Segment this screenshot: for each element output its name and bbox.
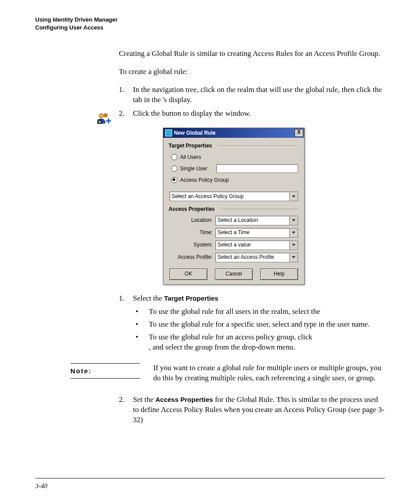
access-policy-group-select[interactable]: Select an Access Policy Group [169,191,298,201]
radio-single-user[interactable] [171,166,177,172]
access-profile-select[interactable]: Select an Access Profile [215,253,298,262]
close-button[interactable]: X [295,129,303,137]
access-properties-label: Access Properties [169,206,300,213]
target-properties-label: Target Properties [169,142,300,149]
radio-single-user-row[interactable]: Single User [171,164,298,173]
intro-para-2: To create a global rule: [119,67,385,77]
help-button[interactable]: Help [260,269,298,280]
location-label: Location: [169,217,215,224]
svg-point-0 [99,114,103,118]
radio-access-policy-group[interactable] [171,177,177,183]
dropdown-arrow-icon[interactable] [289,253,298,262]
new-global-rule-dialog: New Global Rule X Target Properties All … [163,128,305,285]
dialog-icon [165,129,172,136]
system-label: System: [169,241,215,248]
ok-button[interactable]: OK [169,269,207,280]
access-profile-label: Access Profile: [169,254,215,261]
page-number: 3-40 [35,482,48,490]
radio-all-users[interactable] [171,154,177,160]
location-select[interactable]: Select a Location [215,216,298,225]
radio-all-users-row[interactable]: All Users [171,154,298,161]
dropdown-arrow-icon[interactable] [289,216,298,225]
footer-divider [35,478,385,478]
svg-point-1 [104,114,107,117]
radio-apg-row[interactable]: Access Policy Group [171,177,298,184]
system-select[interactable]: Select a value [215,240,298,250]
note-label: Note: [70,363,140,379]
time-label: Time: [169,229,215,236]
intro-para-1: Creating a Global Rule is similar to cre… [119,49,385,59]
radio-apg-label: Access Policy Group [180,177,229,184]
dialog-title: New Global Rule [174,129,216,136]
svg-rect-5 [108,118,109,123]
dropdown-arrow-icon[interactable] [289,192,298,201]
dialog-titlebar: New Global Rule X [163,128,304,138]
bullet-apg: • To use the global rule for an access p… [133,332,385,353]
set-access-properties-step: 2. Set the Access Properties for the Glo… [119,395,385,425]
time-select[interactable]: Select a Time [215,228,298,238]
add-global-rule-icon [96,113,111,126]
dropdown-arrow-icon[interactable] [289,228,298,237]
header-line2: Configuring User Access [35,24,385,32]
cancel-button[interactable]: Cancel [215,269,253,280]
step-1: 1. In the navigation tree, click on the … [119,85,385,105]
bullet-all-users: • To use the global rule for all users i… [133,307,385,317]
bullet-single-user: • To use the global rule for a specific … [133,320,385,330]
note-text: If you want to create a global rule for … [153,363,385,383]
dropdown-arrow-icon[interactable] [289,241,298,250]
header-line1: Using Identity Driven Manager [35,16,385,24]
step-2: 2. Click the button to display the windo… [119,109,385,119]
svg-rect-3 [99,121,101,123]
radio-all-users-label: All Users [180,154,201,161]
radio-single-user-label: Single User [180,165,207,172]
page-header: Using Identity Driven Manager Configurin… [35,16,385,31]
single-user-input[interactable] [216,164,298,173]
select-target-step: 1. Select the Target Properties • To use… [119,294,385,356]
